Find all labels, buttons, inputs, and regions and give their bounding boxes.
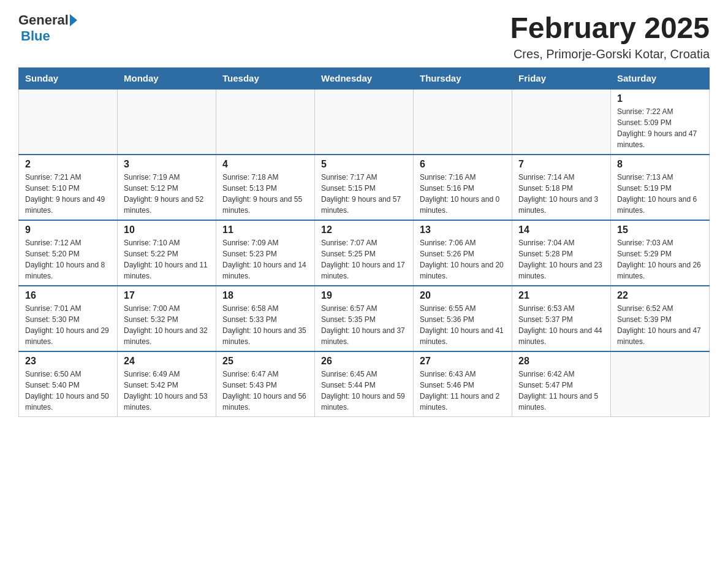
title-block: February 2025 Cres, Primorje-Gorski Kota… xyxy=(510,12,710,61)
day-number: 9 xyxy=(25,224,111,236)
calendar-cell: 15Sunrise: 7:03 AM Sunset: 5:29 PM Dayli… xyxy=(611,220,710,286)
day-info: Sunrise: 7:19 AM Sunset: 5:12 PM Dayligh… xyxy=(124,172,210,216)
day-number: 10 xyxy=(124,224,210,236)
day-info: Sunrise: 7:12 AM Sunset: 5:20 PM Dayligh… xyxy=(25,237,111,282)
day-number: 17 xyxy=(124,290,210,301)
day-info: Sunrise: 7:21 AM Sunset: 5:10 PM Dayligh… xyxy=(25,172,111,216)
day-info: Sunrise: 6:53 AM Sunset: 5:37 PM Dayligh… xyxy=(518,303,604,347)
day-info: Sunrise: 7:03 AM Sunset: 5:29 PM Dayligh… xyxy=(617,237,703,282)
calendar-cell: 18Sunrise: 6:58 AM Sunset: 5:33 PM Dayli… xyxy=(216,286,315,351)
calendar-cell: 27Sunrise: 6:43 AM Sunset: 5:46 PM Dayli… xyxy=(414,351,512,417)
day-number: 18 xyxy=(222,290,308,301)
calendar-cell: 25Sunrise: 6:47 AM Sunset: 5:43 PM Dayli… xyxy=(216,351,315,417)
logo-arrow-icon xyxy=(70,14,77,26)
calendar-cell: 7Sunrise: 7:14 AM Sunset: 5:18 PM Daylig… xyxy=(512,155,611,220)
day-number: 8 xyxy=(617,159,703,170)
day-number: 20 xyxy=(420,290,506,301)
logo: General Blue xyxy=(18,12,78,44)
calendar-cell xyxy=(118,89,216,155)
day-info: Sunrise: 7:00 AM Sunset: 5:32 PM Dayligh… xyxy=(124,303,210,347)
day-info: Sunrise: 7:06 AM Sunset: 5:26 PM Dayligh… xyxy=(420,237,506,282)
day-number: 15 xyxy=(617,224,703,236)
calendar-header-row: SundayMondayTuesdayWednesdayThursdayFrid… xyxy=(19,67,710,89)
day-number: 28 xyxy=(518,356,604,367)
page-subtitle: Cres, Primorje-Gorski Kotar, Croatia xyxy=(510,47,710,61)
day-info: Sunrise: 7:04 AM Sunset: 5:28 PM Dayligh… xyxy=(518,237,604,282)
day-number: 1 xyxy=(617,93,703,104)
day-number: 3 xyxy=(124,159,210,170)
calendar-week-row-3: 9Sunrise: 7:12 AM Sunset: 5:20 PM Daylig… xyxy=(19,220,710,286)
day-number: 21 xyxy=(518,290,604,301)
page-title: February 2025 xyxy=(510,12,710,45)
calendar-day-header-thursday: Thursday xyxy=(414,67,512,89)
calendar-week-row-2: 2Sunrise: 7:21 AM Sunset: 5:10 PM Daylig… xyxy=(19,155,710,220)
calendar-cell: 12Sunrise: 7:07 AM Sunset: 5:25 PM Dayli… xyxy=(315,220,414,286)
day-number: 26 xyxy=(321,356,407,367)
calendar-cell: 11Sunrise: 7:09 AM Sunset: 5:23 PM Dayli… xyxy=(216,220,315,286)
day-info: Sunrise: 7:10 AM Sunset: 5:22 PM Dayligh… xyxy=(124,237,210,282)
calendar-cell xyxy=(315,89,414,155)
day-info: Sunrise: 7:22 AM Sunset: 5:09 PM Dayligh… xyxy=(617,106,703,150)
logo-blue: Blue xyxy=(21,28,50,44)
calendar-cell: 8Sunrise: 7:13 AM Sunset: 5:19 PM Daylig… xyxy=(611,155,710,220)
calendar-cell: 17Sunrise: 7:00 AM Sunset: 5:32 PM Dayli… xyxy=(118,286,216,351)
day-info: Sunrise: 6:47 AM Sunset: 5:43 PM Dayligh… xyxy=(222,369,308,413)
day-number: 22 xyxy=(617,290,703,301)
day-number: 19 xyxy=(321,290,407,301)
calendar-cell: 23Sunrise: 6:50 AM Sunset: 5:40 PM Dayli… xyxy=(19,351,118,417)
calendar-cell: 16Sunrise: 7:01 AM Sunset: 5:30 PM Dayli… xyxy=(19,286,118,351)
day-info: Sunrise: 7:07 AM Sunset: 5:25 PM Dayligh… xyxy=(321,237,407,282)
calendar-cell: 22Sunrise: 6:52 AM Sunset: 5:39 PM Dayli… xyxy=(611,286,710,351)
day-number: 13 xyxy=(420,224,506,236)
day-info: Sunrise: 6:43 AM Sunset: 5:46 PM Dayligh… xyxy=(420,369,506,413)
calendar-cell: 4Sunrise: 7:18 AM Sunset: 5:13 PM Daylig… xyxy=(216,155,315,220)
calendar-cell xyxy=(19,89,118,155)
day-number: 14 xyxy=(518,224,604,236)
calendar-cell xyxy=(216,89,315,155)
calendar-cell xyxy=(611,351,710,417)
calendar-day-header-monday: Monday xyxy=(118,67,216,89)
calendar-week-row-4: 16Sunrise: 7:01 AM Sunset: 5:30 PM Dayli… xyxy=(19,286,710,351)
calendar-cell: 28Sunrise: 6:42 AM Sunset: 5:47 PM Dayli… xyxy=(512,351,611,417)
day-number: 12 xyxy=(321,224,407,236)
calendar-cell: 2Sunrise: 7:21 AM Sunset: 5:10 PM Daylig… xyxy=(19,155,118,220)
calendar-cell: 5Sunrise: 7:17 AM Sunset: 5:15 PM Daylig… xyxy=(315,155,414,220)
calendar-day-header-friday: Friday xyxy=(512,67,611,89)
calendar-table: SundayMondayTuesdayWednesdayThursdayFrid… xyxy=(18,67,710,417)
calendar-cell: 9Sunrise: 7:12 AM Sunset: 5:20 PM Daylig… xyxy=(19,220,118,286)
logo-text: General xyxy=(18,12,78,28)
day-info: Sunrise: 6:50 AM Sunset: 5:40 PM Dayligh… xyxy=(25,369,111,413)
calendar-day-header-wednesday: Wednesday xyxy=(315,67,414,89)
day-number: 4 xyxy=(222,159,308,170)
day-info: Sunrise: 6:49 AM Sunset: 5:42 PM Dayligh… xyxy=(124,369,210,413)
calendar-cell: 14Sunrise: 7:04 AM Sunset: 5:28 PM Dayli… xyxy=(512,220,611,286)
day-number: 25 xyxy=(222,356,308,367)
day-info: Sunrise: 6:52 AM Sunset: 5:39 PM Dayligh… xyxy=(617,303,703,347)
calendar-cell: 20Sunrise: 6:55 AM Sunset: 5:36 PM Dayli… xyxy=(414,286,512,351)
calendar-week-row-5: 23Sunrise: 6:50 AM Sunset: 5:40 PM Dayli… xyxy=(19,351,710,417)
calendar-cell xyxy=(512,89,611,155)
calendar-cell: 24Sunrise: 6:49 AM Sunset: 5:42 PM Dayli… xyxy=(118,351,216,417)
calendar-cell: 10Sunrise: 7:10 AM Sunset: 5:22 PM Dayli… xyxy=(118,220,216,286)
calendar-week-row-1: 1Sunrise: 7:22 AM Sunset: 5:09 PM Daylig… xyxy=(19,89,710,155)
day-number: 2 xyxy=(25,159,111,170)
day-info: Sunrise: 6:58 AM Sunset: 5:33 PM Dayligh… xyxy=(222,303,308,347)
day-info: Sunrise: 7:16 AM Sunset: 5:16 PM Dayligh… xyxy=(420,172,506,216)
calendar-cell: 13Sunrise: 7:06 AM Sunset: 5:26 PM Dayli… xyxy=(414,220,512,286)
day-number: 11 xyxy=(222,224,308,236)
page-header: General Blue February 2025 Cres, Primorj… xyxy=(18,12,710,61)
calendar-day-header-saturday: Saturday xyxy=(611,67,710,89)
day-number: 6 xyxy=(420,159,506,170)
day-info: Sunrise: 7:17 AM Sunset: 5:15 PM Dayligh… xyxy=(321,172,407,216)
calendar-cell: 6Sunrise: 7:16 AM Sunset: 5:16 PM Daylig… xyxy=(414,155,512,220)
calendar-cell: 21Sunrise: 6:53 AM Sunset: 5:37 PM Dayli… xyxy=(512,286,611,351)
day-info: Sunrise: 6:45 AM Sunset: 5:44 PM Dayligh… xyxy=(321,369,407,413)
day-number: 23 xyxy=(25,356,111,367)
calendar-cell: 19Sunrise: 6:57 AM Sunset: 5:35 PM Dayli… xyxy=(315,286,414,351)
day-info: Sunrise: 7:18 AM Sunset: 5:13 PM Dayligh… xyxy=(222,172,308,216)
calendar-cell: 26Sunrise: 6:45 AM Sunset: 5:44 PM Dayli… xyxy=(315,351,414,417)
calendar-cell: 3Sunrise: 7:19 AM Sunset: 5:12 PM Daylig… xyxy=(118,155,216,220)
day-info: Sunrise: 6:55 AM Sunset: 5:36 PM Dayligh… xyxy=(420,303,506,347)
calendar-cell: 1Sunrise: 7:22 AM Sunset: 5:09 PM Daylig… xyxy=(611,89,710,155)
day-info: Sunrise: 7:01 AM Sunset: 5:30 PM Dayligh… xyxy=(25,303,111,347)
